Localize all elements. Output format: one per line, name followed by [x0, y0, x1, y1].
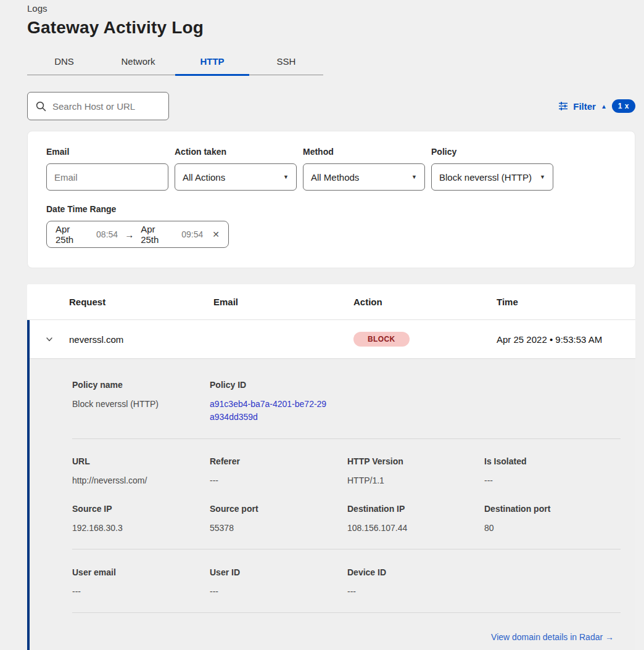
search-icon [36, 101, 46, 112]
radar-details-link[interactable]: View domain details in Radar → [491, 632, 614, 642]
filter-sliders-icon [558, 101, 568, 111]
tab-ssh[interactable]: SSH [249, 50, 323, 75]
filter-field-date-range: Date Time Range Apr 25th 08:54 → Apr 25t… [46, 204, 616, 248]
search-input[interactable] [52, 101, 175, 112]
user-email-cell: User email --- [72, 567, 210, 598]
url-value: http://neverssl.com/ [72, 474, 210, 487]
source-port-label: Source port [210, 504, 347, 514]
source-port-value: 55378 [210, 522, 347, 535]
row-detail-panel: Policy name Block neverssl (HTTP) Policy… [30, 358, 635, 650]
chevron-down-icon: ▼ [283, 174, 289, 180]
http-version-label: HTTP Version [347, 456, 484, 466]
status-badge: BLOCK [353, 332, 410, 347]
http-version-cell: HTTP Version HTTP/1.1 [347, 456, 484, 487]
referer-value: --- [210, 474, 347, 487]
policy-id-label: Policy ID [210, 380, 347, 390]
policy-id-link[interactable]: a91c3eb4-ba7a-4201-be72-29a934dd359d [210, 398, 328, 424]
filter-count-badge[interactable]: 1 x [612, 99, 635, 113]
user-id-cell: User ID --- [210, 567, 347, 598]
end-date[interactable]: Apr 25th [141, 224, 175, 245]
device-id-label: Device ID [347, 567, 484, 577]
email-input[interactable] [54, 172, 160, 183]
filter-field-policy: Policy Block neverssl (HTTP) ▼ [431, 147, 553, 191]
action-taken-value: All Actions [183, 172, 225, 183]
is-isolated-label: Is Isolated [484, 456, 621, 466]
device-id-value: --- [347, 585, 484, 598]
method-label: Method [303, 147, 425, 157]
table-header: Request Email Action Time [27, 284, 635, 320]
email-input-wrap [46, 163, 168, 191]
user-email-value: --- [72, 585, 210, 598]
row-request: neverssl.com [69, 334, 213, 345]
caret-up-icon[interactable]: ▲ [601, 103, 607, 110]
col-action: Action [353, 297, 497, 307]
date-range-picker[interactable]: Apr 25th 08:54 → Apr 25th 09:54 ✕ [46, 221, 229, 248]
table-row[interactable]: neverssl.com BLOCK Apr 25 2022 • 9:53:53… [30, 320, 635, 358]
expanded-row-group: neverssl.com BLOCK Apr 25 2022 • 9:53:53… [27, 320, 635, 650]
is-isolated-cell: Is Isolated --- [484, 456, 621, 487]
search-box[interactable] [27, 92, 169, 120]
action-taken-label: Action taken [175, 147, 297, 157]
user-id-label: User ID [210, 567, 347, 577]
method-value: All Methods [311, 172, 359, 183]
clear-date-icon[interactable]: ✕ [212, 229, 220, 239]
chevron-expand-icon[interactable] [44, 334, 55, 345]
source-ip-value: 192.168.30.3 [72, 522, 210, 535]
destination-ip-cell: Destination IP 108.156.107.44 [347, 504, 484, 535]
destination-port-cell: Destination port 80 [484, 504, 621, 535]
destination-port-label: Destination port [484, 504, 621, 514]
filter-controls[interactable]: Filter ▲ 1 x [558, 99, 635, 113]
search-filter-bar: Filter ▲ 1 x [27, 92, 635, 120]
method-select[interactable]: All Methods ▼ [303, 163, 425, 191]
tab-network[interactable]: Network [101, 50, 175, 75]
policy-name-cell: Policy name Block neverssl (HTTP) [72, 380, 210, 424]
breadcrumb[interactable]: Logs [27, 0, 635, 14]
chevron-down-icon: ▼ [411, 174, 417, 180]
source-port-cell: Source port 55378 [210, 504, 347, 535]
source-ip-cell: Source IP 192.168.30.3 [72, 504, 210, 535]
filter-toggle[interactable]: Filter [573, 101, 596, 112]
main-content: Logs Gateway Activity Log DNS Network HT… [27, 0, 635, 650]
tab-dns[interactable]: DNS [27, 50, 101, 75]
divider [72, 612, 621, 613]
date-range-label: Date Time Range [46, 204, 616, 214]
is-isolated-value: --- [484, 474, 621, 487]
action-taken-select[interactable]: All Actions ▼ [175, 163, 297, 191]
user-id-value: --- [210, 585, 347, 598]
row-time: Apr 25 2022 • 9:53:53 AM [497, 334, 635, 345]
start-time[interactable]: 08:54 [96, 229, 118, 239]
chevron-down-icon: ▼ [540, 174, 545, 180]
tab-bar: DNS Network HTTP SSH [27, 50, 323, 75]
filter-field-action: Action taken All Actions ▼ [175, 147, 297, 191]
policy-label: Policy [431, 147, 553, 157]
col-time: Time [497, 297, 635, 307]
col-request: Request [69, 297, 213, 307]
destination-ip-value: 108.156.107.44 [347, 522, 484, 535]
user-email-label: User email [72, 567, 210, 577]
page-title: Gateway Activity Log [27, 18, 635, 38]
policy-select[interactable]: Block neverssl (HTTP) ▼ [431, 163, 553, 191]
filter-panel: Email Action taken All Actions ▼ Method … [27, 131, 635, 268]
start-date[interactable]: Apr 25th [56, 224, 89, 245]
destination-port-value: 80 [484, 522, 621, 535]
end-time[interactable]: 09:54 [181, 229, 203, 239]
policy-name-value: Block neverssl (HTTP) [72, 398, 210, 411]
source-ip-label: Source IP [72, 504, 210, 514]
tab-http[interactable]: HTTP [175, 50, 249, 75]
url-cell: URL http://neverssl.com/ [72, 456, 210, 487]
url-label: URL [72, 456, 210, 466]
policy-id-cell: Policy ID a91c3eb4-ba7a-4201-be72-29a934… [210, 380, 347, 424]
destination-ip-label: Destination IP [347, 504, 484, 514]
policy-name-label: Policy name [72, 380, 210, 390]
email-label: Email [46, 147, 168, 157]
filter-field-email: Email [46, 147, 168, 191]
arrow-right-icon: → [125, 229, 134, 240]
referer-label: Referer [210, 456, 347, 466]
referer-cell: Referer --- [210, 456, 347, 487]
log-table: Request Email Action Time neverssl.com B… [27, 284, 635, 650]
col-email: Email [213, 297, 353, 307]
filter-field-method: Method All Methods ▼ [303, 147, 425, 191]
policy-value: Block neverssl (HTTP) [439, 172, 532, 183]
http-version-value: HTTP/1.1 [347, 474, 484, 487]
device-id-cell: Device ID --- [347, 567, 484, 598]
